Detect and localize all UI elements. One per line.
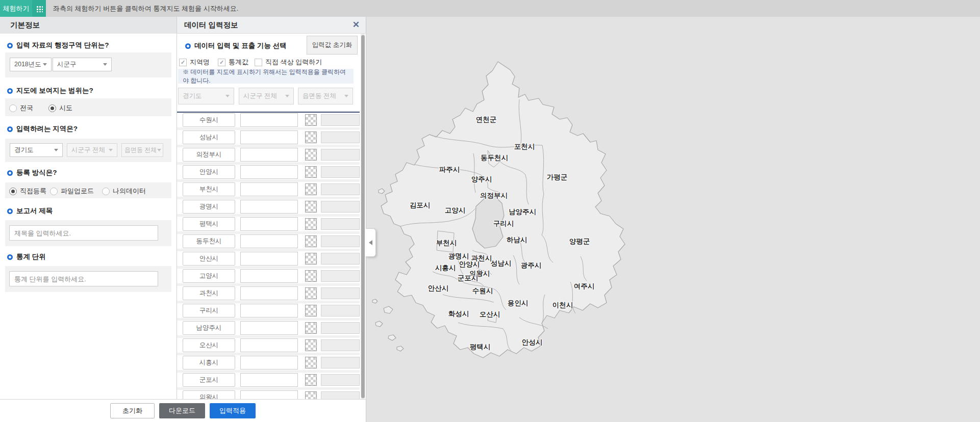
region-value-input[interactable] [240, 304, 298, 318]
color-swatch[interactable] [305, 201, 317, 213]
panel-collapse-handle[interactable] [366, 228, 376, 257]
region-value-input[interactable] [240, 321, 298, 335]
region-value-input[interactable] [240, 148, 298, 162]
color-swatch[interactable] [305, 339, 317, 351]
region-name-button[interactable]: 부천시 [183, 182, 235, 196]
region-name-button[interactable]: 수원시 [183, 113, 235, 127]
table-row: 시흥시 [177, 355, 360, 370]
color-swatch[interactable] [305, 166, 317, 178]
color-value-box [321, 114, 360, 126]
table-row: 동두천시 [177, 234, 360, 249]
region-value-input[interactable] [240, 338, 298, 352]
region-name-button[interactable]: 구리시 [183, 304, 235, 318]
region-name-button[interactable]: 고양시 [183, 269, 235, 283]
region-name-button[interactable]: 동두천시 [183, 234, 235, 248]
color-swatch[interactable] [305, 253, 317, 265]
color-swatch[interactable] [305, 287, 317, 299]
experience-button[interactable]: 체험하기 [0, 0, 32, 17]
color-swatch[interactable] [305, 305, 317, 316]
report-title-input[interactable] [9, 225, 158, 241]
admin-unit-select[interactable]: 시군구 [53, 58, 112, 71]
emd-select[interactable]: 읍면동 전체 [121, 143, 163, 157]
region-name-button[interactable]: 과천시 [183, 286, 235, 300]
download-button[interactable]: 다운로드 [159, 403, 205, 418]
grid-menu-button[interactable] [32, 0, 46, 17]
region-name-button[interactable]: 성남시 [183, 130, 235, 144]
chevron-down-icon [54, 149, 58, 151]
map-region-label: 용인시 [508, 299, 529, 308]
year-select[interactable]: 2018년도 [10, 58, 52, 71]
color-swatch[interactable] [305, 374, 317, 386]
color-swatch[interactable] [305, 235, 317, 247]
filter-sido-select[interactable]: 경기도 [178, 88, 234, 104]
reset-button[interactable]: 초기화 [110, 403, 155, 418]
data-input-title: 데이터 입력정보 [184, 20, 238, 30]
region-value-input[interactable] [240, 165, 298, 179]
region-value-input[interactable] [240, 252, 298, 266]
radio-sido[interactable]: 시도 [48, 103, 72, 113]
table-row: 오산시 [177, 338, 360, 353]
filter-sigungu-select[interactable]: 시군구 전체 [239, 88, 294, 104]
stat-unit-input[interactable] [9, 271, 158, 286]
radio-nationwide[interactable]: 전국 [9, 103, 33, 113]
scrollbar-thumb[interactable] [361, 35, 365, 398]
bullet-icon [7, 254, 13, 260]
checkbox-region-name[interactable]: 지역명 [179, 58, 210, 67]
color-swatch[interactable] [305, 322, 317, 334]
bullet-icon [7, 88, 13, 94]
sigungu-select[interactable]: 시군구 전체 [67, 143, 117, 157]
filter-emd-select[interactable]: 읍면동 전체 [298, 88, 353, 104]
color-value-box [321, 270, 360, 282]
radio-direct-register[interactable]: 직접등록 [9, 187, 46, 196]
region-value-input[interactable] [240, 269, 298, 283]
color-swatch[interactable] [305, 131, 317, 143]
panel-scrollbar[interactable] [361, 34, 365, 399]
region-rows: 수원시성남시의정부시안양시부천시광명시평택시동두천시안산시고양시과천시구리시남양… [177, 113, 360, 399]
color-swatch[interactable] [305, 114, 317, 126]
apply-input-button[interactable]: 입력적용 [210, 403, 256, 418]
region-name-button[interactable]: 시흥시 [183, 356, 235, 370]
region-value-input[interactable] [240, 234, 298, 248]
region-value-input[interactable] [240, 373, 298, 387]
map-region-label: 김포시 [410, 201, 431, 210]
map-region-label: 가평군 [547, 173, 568, 182]
region-value-input[interactable] [240, 182, 298, 196]
region-value-input[interactable] [240, 200, 298, 214]
color-swatch[interactable] [305, 149, 317, 161]
region-name-button[interactable]: 평택시 [183, 217, 235, 231]
color-swatch[interactable] [305, 357, 317, 368]
region-name-button[interactable]: 광명시 [183, 200, 235, 214]
region-name-button[interactable]: 안산시 [183, 252, 235, 266]
gyeonggi-map-svg[interactable] [366, 17, 980, 422]
close-icon[interactable]: ✕ [353, 20, 360, 30]
map-area[interactable]: 연천군포천시동두천시파주시양주시가평군의정부시김포시고양시남양주시구리시하남시양… [366, 17, 980, 422]
radio-my-data[interactable]: 나의데이터 [102, 187, 146, 196]
region-value-input[interactable] [240, 113, 298, 127]
reset-values-button[interactable]: 입력값 초기화 [307, 36, 358, 55]
table-row: 과천시 [177, 286, 360, 301]
region-name-button[interactable]: 남양주시 [183, 321, 235, 335]
data-select-label: 데이터 입력 및 표출 기능 선택 [185, 41, 287, 50]
region-value-input[interactable] [240, 390, 298, 399]
color-swatch[interactable] [305, 183, 317, 195]
table-row: 안양시 [177, 165, 360, 179]
region-value-input[interactable] [240, 286, 298, 300]
region-name-button[interactable]: 의정부시 [183, 148, 235, 162]
island [375, 321, 383, 327]
checkbox-direct-color[interactable]: 직접 색상 입력하기 [255, 58, 322, 67]
sido-select[interactable]: 경기도 [10, 143, 63, 157]
region-name-button[interactable]: 안양시 [183, 165, 235, 179]
region-name-button[interactable]: 군포시 [183, 373, 235, 387]
color-swatch[interactable] [305, 218, 317, 230]
bullet-icon [7, 43, 13, 48]
checkbox-stat-value[interactable]: 통계값 [218, 58, 248, 67]
radio-file-upload[interactable]: 파일업로드 [50, 187, 94, 196]
color-swatch[interactable] [305, 391, 317, 399]
region-value-input[interactable] [240, 130, 298, 144]
table-row: 고양시 [177, 269, 360, 283]
region-value-input[interactable] [240, 217, 298, 231]
region-value-input[interactable] [240, 356, 298, 370]
color-swatch[interactable] [305, 270, 317, 282]
region-name-button[interactable]: 의왕시 [183, 390, 235, 399]
region-name-button[interactable]: 오산시 [183, 338, 235, 352]
